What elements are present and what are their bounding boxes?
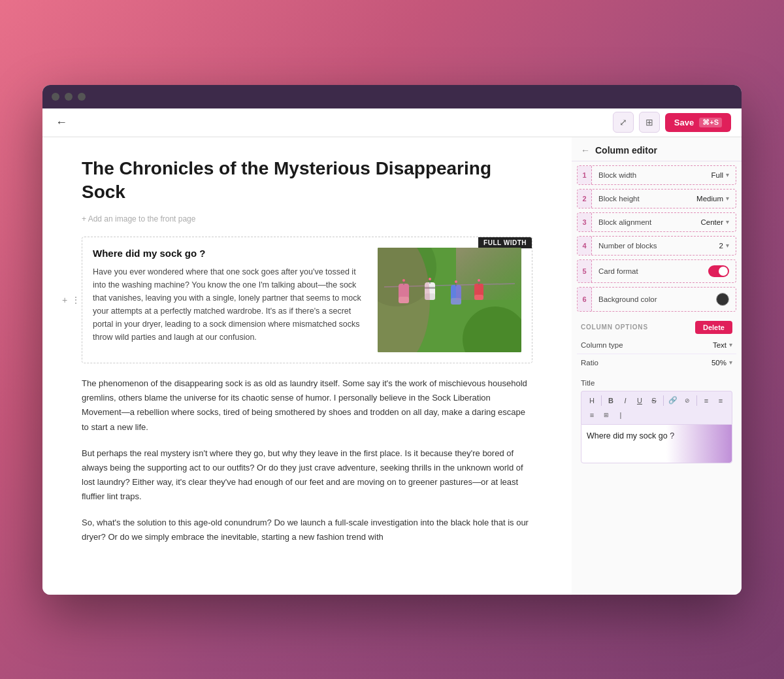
row-number-6: 6 [578,288,592,311]
underline-button[interactable]: U [633,394,646,407]
title-section-label: Title [581,379,732,387]
traffic-lights [52,93,86,101]
column-type-value: Text [713,341,727,349]
side-panel: ← Column editor 1 Block width Full ▾ [572,137,742,595]
app-window: ← ⤢ ⊞ Save ⌘+S The Chronicles of the Mys… [42,85,742,595]
add-block-button[interactable]: + [58,293,71,306]
block-alignment-label: Block alignment [598,218,651,226]
block-height-label: Block height [598,195,640,203]
save-button[interactable]: Save ⌘+S [665,113,731,132]
image-insert-button[interactable]: ⊞ [600,408,613,422]
svg-rect-21 [456,248,521,300]
add-image-hint[interactable]: + Add an image to the front page [82,214,532,224]
chevron-down-icon-4: ▾ [726,242,729,249]
field-row-block-alignment: Block alignment Center ▾ [598,218,729,226]
field-row-card-format: Card format [598,265,729,277]
bold-button[interactable]: B [604,394,617,407]
grid-button[interactable]: ⊞ [639,112,660,133]
title-bar [42,85,742,108]
panel-back-icon[interactable]: ← [581,145,590,156]
ratio-value: 50% [711,359,727,367]
row-number-2: 2 [578,190,592,208]
row-content-6: Background color [592,288,736,311]
chevron-down-icon-3: ▾ [726,218,729,225]
column-fields: Column type Text ▾ Ratio 50% ▾ [572,337,742,375]
num-blocks-label: Number of blocks [598,242,657,250]
row-number-3: 3 [578,213,592,231]
ratio-field: Ratio 50% ▾ [577,354,736,371]
ratio-select[interactable]: 50% ▾ [711,359,732,367]
block-width-value: Full [711,171,723,179]
block-body: Have you ever wondered where that one so… [93,265,367,344]
sock-svg [378,248,521,352]
block-width-label: Block width [598,171,636,179]
row-content-2: Block height Medium ▾ [592,190,736,208]
maximize-button[interactable] [78,93,86,101]
row-block-alignment: 3 Block alignment Center ▾ [577,212,736,232]
toolbar-right: ⤢ ⊞ Save ⌘+S [613,112,731,133]
row-bg-color: 6 Background color [577,287,736,312]
num-blocks-select[interactable]: 2 ▾ [719,242,729,250]
main-area: The Chronicles of the Mysterious Disappe… [42,137,742,595]
link-button[interactable]: 🔗 [666,394,679,407]
card-format-toggle[interactable] [708,265,729,277]
toggle-switch[interactable] [708,265,729,277]
row-number-1: 1 [578,166,592,184]
field-row-block-width: Block width Full ▾ [598,171,729,179]
block-image-col [378,248,521,352]
row-content-4: Number of blocks 2 ▾ [592,237,736,255]
paragraph-1: The phenomenon of the disappearing sock … [82,376,532,434]
panel-title: Column editor [595,145,657,156]
panel-header: ← Column editor [572,137,742,161]
content-block: FULL WIDTH Where did my sock go ? Have y… [82,237,532,363]
minimize-button[interactable] [65,93,73,101]
block-width-select[interactable]: Full ▾ [711,171,729,179]
panel-inner: ← Column editor 1 Block width Full ▾ [572,137,742,595]
align-button[interactable]: ≡ [700,394,713,407]
row-content-1: Block width Full ▾ [592,166,736,184]
title-section: Title H B I U S 🔗 ⊘ ≡ [572,375,742,466]
chevron-down-icon-5: ▾ [729,341,732,348]
strikethrough-button[interactable]: S [647,394,661,407]
row-block-height: 2 Block height Medium ▾ [577,189,736,208]
close-button[interactable] [52,93,59,101]
editor-area[interactable]: The Chronicles of the Mysterious Disappe… [42,137,572,595]
expand-button[interactable]: ⤢ [613,112,634,133]
svg-rect-10 [425,293,435,300]
title-toolbar: H B I U S 🔗 ⊘ ≡ ≡ ≡ [581,391,732,424]
block-inner: Where did my sock go ? Have you ever won… [82,237,532,363]
back-button[interactable]: ← [53,113,70,132]
toolbar-left: ← [53,113,70,132]
column-options-header: COLUMN OPTIONS Delete [572,316,742,337]
unlink-button[interactable]: ⊘ [681,394,694,407]
full-width-badge: FULL WIDTH [478,237,532,248]
bg-color-label: Background color [598,295,657,303]
italic-button[interactable]: I [619,394,632,407]
card-format-label: Card format [598,267,638,275]
delete-button[interactable]: Delete [695,321,732,334]
block-alignment-value: Center [700,218,723,226]
block-alignment-select[interactable]: Center ▾ [700,218,729,226]
separator-3 [696,395,697,406]
block-text-col: Where did my sock go ? Have you ever won… [93,248,367,352]
column-options-label: COLUMN OPTIONS [581,323,648,331]
svg-rect-4 [399,284,409,300]
more-button[interactable]: | [614,408,627,422]
separator-2 [663,395,664,406]
paragraph-2: But perhaps the real mystery isn't where… [82,446,532,504]
row-card-format: 5 Card format [577,259,736,283]
heading-button[interactable]: H [585,394,598,407]
chevron-down-icon-2: ▾ [726,195,729,202]
num-blocks-value: 2 [719,242,723,250]
list-button-1[interactable]: ≡ [714,394,727,407]
list-button-2[interactable]: ≡ [585,408,598,422]
svg-point-1 [378,248,436,306]
block-heading: Where did my sock go ? [93,248,367,259]
column-type-label: Column type [581,341,623,349]
column-type-select[interactable]: Text ▾ [713,341,732,349]
row-number-4: 4 [578,237,592,255]
sock-image [378,248,521,352]
bg-color-picker[interactable] [716,293,729,306]
title-input-area[interactable]: Where did my sock go ? [581,424,732,463]
block-height-select[interactable]: Medium ▾ [696,195,729,203]
